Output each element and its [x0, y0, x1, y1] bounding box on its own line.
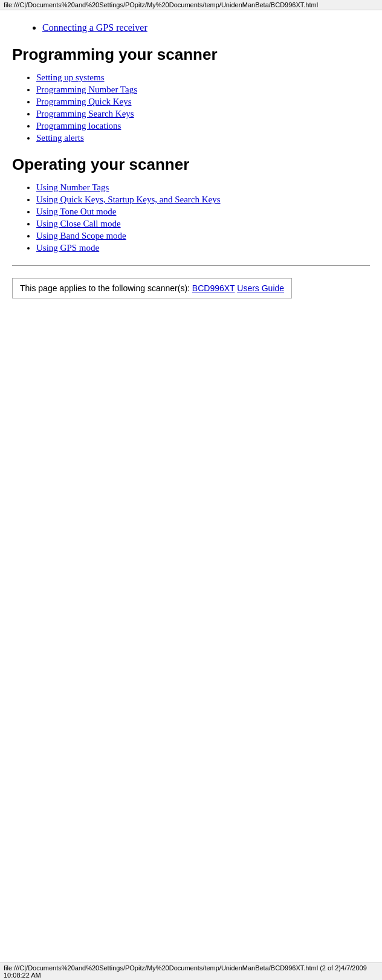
list-item: Using Band Scope mode	[36, 231, 370, 241]
list-item: Using Number Tags	[36, 182, 370, 193]
list-item: Using Quick Keys, Startup Keys, and Sear…	[36, 195, 370, 205]
list-item: Using Tone Out mode	[36, 207, 370, 217]
programming-link[interactable]: Setting up systems	[36, 73, 105, 82]
list-item: Setting up systems	[36, 73, 370, 83]
divider	[12, 265, 370, 266]
list-item: Programming Number Tags	[36, 85, 370, 95]
applies-links: BCD996XT Users Guide	[192, 283, 284, 293]
programming-link[interactable]: Setting alerts	[36, 133, 84, 143]
programming-section: Programming your scanner Setting up syst…	[12, 45, 370, 143]
operating-link[interactable]: Using Number Tags	[36, 182, 109, 192]
operating-link[interactable]: Using Band Scope mode	[36, 231, 126, 240]
top-link-section: Connecting a GPS receiver	[30, 22, 370, 33]
page-content: Connecting a GPS receiver Programming yo…	[0, 10, 382, 311]
title-bar-text: file:///C|/Documents%20and%20Settings/PO…	[4, 1, 318, 8]
list-item: Setting alerts	[36, 133, 370, 143]
applies-link-1[interactable]: Users Guide	[237, 283, 284, 293]
top-link[interactable]: Connecting a GPS receiver	[42, 22, 147, 33]
operating-link[interactable]: Using Quick Keys, Startup Keys, and Sear…	[36, 195, 221, 204]
programming-heading: Programming your scanner	[12, 45, 370, 64]
operating-link[interactable]: Using Close Call mode	[36, 219, 121, 228]
operating-heading: Operating your scanner	[12, 155, 370, 174]
applies-text: This page applies to the following scann…	[20, 283, 192, 293]
status-bar-text: file:///C|/Documents%20and%20Settings/PO…	[4, 964, 367, 979]
operating-links-list: Using Number TagsUsing Quick Keys, Start…	[12, 182, 370, 253]
applies-link-0[interactable]: BCD996XT	[192, 283, 235, 293]
programming-link[interactable]: Programming locations	[36, 121, 121, 131]
list-item: Connecting a GPS receiver	[42, 22, 370, 33]
programming-link[interactable]: Programming Number Tags	[36, 85, 137, 94]
programming-links-list: Setting up systemsProgramming Number Tag…	[12, 73, 370, 143]
top-links-list: Connecting a GPS receiver	[30, 22, 370, 33]
list-item: Using GPS mode	[36, 243, 370, 253]
list-item: Using Close Call mode	[36, 219, 370, 229]
programming-link[interactable]: Programming Quick Keys	[36, 97, 131, 106]
list-item: Programming Search Keys	[36, 109, 370, 119]
applies-box: This page applies to the following scann…	[12, 278, 292, 298]
operating-section: Operating your scanner Using Number Tags…	[12, 155, 370, 253]
operating-link[interactable]: Using GPS mode	[36, 243, 99, 253]
list-item: Programming Quick Keys	[36, 97, 370, 107]
programming-link[interactable]: Programming Search Keys	[36, 109, 134, 118]
list-item: Programming locations	[36, 121, 370, 131]
operating-link[interactable]: Using Tone Out mode	[36, 207, 116, 216]
browser-title-bar: file:///C|/Documents%20and%20Settings/PO…	[0, 0, 382, 10]
status-bar: file:///C|/Documents%20and%20Settings/PO…	[0, 962, 382, 980]
